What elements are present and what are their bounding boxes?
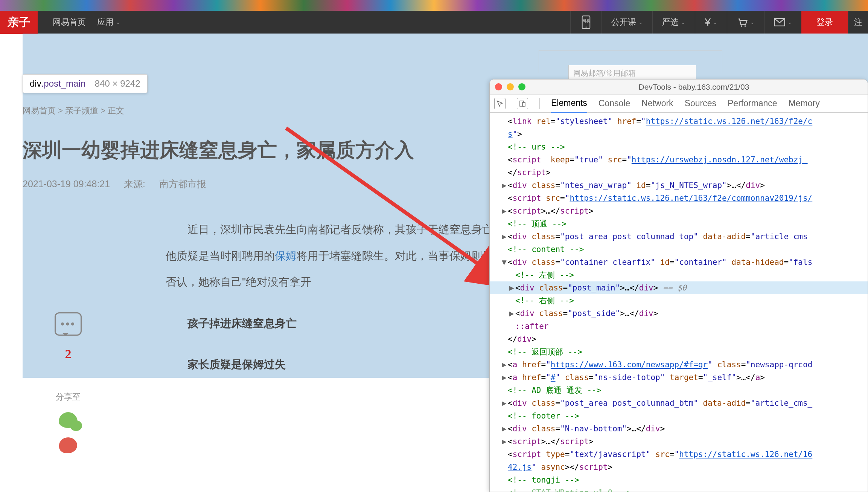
dom-tree[interactable]: <link rel="stylesheet" href="https://sta…: [490, 113, 868, 492]
svg-point-3: [741, 25, 742, 27]
dom-node[interactable]: ::after: [490, 320, 868, 333]
comment-icon[interactable]: •••: [55, 312, 82, 336]
chevron-down-icon: ⌄: [681, 19, 685, 25]
breadcrumb-home[interactable]: 网易首页: [23, 106, 56, 115]
article-timestamp: 2021-03-19 09:48:21: [23, 179, 110, 189]
dom-node[interactable]: ▶<div class="N-nav-bottom">…</div>: [490, 422, 868, 435]
dom-node[interactable]: ▶<script>…</script>: [490, 205, 868, 217]
dom-node[interactable]: <!-- 返回顶部 -->: [490, 345, 868, 358]
devtools-tabs: Elements Console Network Sources Perform…: [490, 95, 868, 113]
device-icon[interactable]: [517, 98, 528, 109]
breadcrumb-sep: >: [101, 106, 105, 115]
tooltip-dims: 840 × 9242: [95, 78, 140, 89]
chevron-down-icon: ⌄: [116, 19, 120, 25]
article-source[interactable]: 南方都市报: [159, 179, 206, 189]
top-nav: 亲子 网易首页 应用⌄ 网易 公开课⌄ 严选⌄ ¥⌄ ⌄ ⌄ 登录 注: [0, 11, 868, 34]
dom-node[interactable]: <!-- STAT WRating v1 0 -->: [490, 486, 868, 492]
nav-apps[interactable]: 应用⌄: [97, 17, 120, 28]
tab-performance[interactable]: Performance: [728, 95, 777, 112]
article-link[interactable]: 保姆: [275, 250, 297, 262]
dom-node[interactable]: ▶<a href="#" class="ns-side-totop" targe…: [490, 371, 868, 384]
nav-select[interactable]: 严选⌄: [652, 11, 695, 34]
tab-console[interactable]: Console: [598, 95, 630, 112]
inspector-tooltip: div.post_main 840 × 9242: [23, 74, 148, 93]
dom-node[interactable]: <!-- tongji -->: [490, 474, 868, 486]
dom-node[interactable]: <!-- 顶通 -->: [490, 217, 868, 230]
chevron-down-icon: ⌄: [787, 19, 792, 25]
nav-apps-label: 应用: [97, 17, 114, 28]
article-source-label: 来源:: [124, 179, 145, 189]
dom-node[interactable]: ▼<div class="container clearfix" id="con…: [490, 256, 868, 269]
svg-rect-8: [522, 102, 525, 106]
weibo-icon[interactable]: [59, 437, 77, 453]
nav-pay[interactable]: ¥⌄: [695, 11, 727, 34]
tab-elements[interactable]: Elements: [551, 94, 587, 113]
dom-node[interactable]: <script _keep="true" src="https://ursweb…: [490, 153, 868, 166]
dom-node[interactable]: <!-- 左侧 -->: [490, 269, 868, 281]
wechat-icon[interactable]: [59, 412, 78, 428]
yen-icon: ¥: [705, 16, 711, 28]
article-subheading: 孩子掉进床缝窒息身亡: [166, 310, 504, 337]
dom-node[interactable]: ▶<div class="post_area post_columnad_btm…: [490, 397, 868, 409]
tab-memory[interactable]: Memory: [789, 95, 820, 112]
svg-point-2: [586, 26, 587, 28]
tab-sources[interactable]: Sources: [685, 95, 716, 112]
nav-more[interactable]: 注: [848, 11, 868, 34]
dom-node[interactable]: <!-- content -->: [490, 243, 868, 256]
nav-select-label: 严选: [662, 17, 679, 28]
nav-cart[interactable]: ⌄: [727, 11, 764, 34]
tab-network[interactable]: Network: [641, 95, 673, 112]
dom-node[interactable]: <link rel="stylesheet" href="https://sta…: [490, 115, 868, 128]
article-subheading: 家长质疑是保姆过失: [166, 351, 504, 378]
breadcrumb-channel[interactable]: 亲子频道: [65, 106, 98, 115]
dom-node[interactable]: </script>: [490, 166, 868, 179]
dom-node[interactable]: ▶<a href="https://www.163.com/newsapp/#f…: [490, 358, 868, 371]
dom-node[interactable]: <!-- urs -->: [490, 141, 868, 153]
sidebar-login-input[interactable]: 网易邮箱/常用邮箱: [568, 65, 696, 81]
nav-mobile[interactable]: 网易: [570, 11, 602, 34]
dom-node[interactable]: ▶<div class="post_area post_columnad_top…: [490, 230, 868, 243]
phone-icon: 网易: [580, 15, 592, 29]
dom-node[interactable]: <!-- 右侧 -->: [490, 294, 868, 307]
nav-course-label: 公开课: [611, 17, 636, 28]
comment-count: 2: [55, 347, 82, 361]
chevron-down-icon: ⌄: [750, 19, 755, 25]
chevron-down-icon: ⌄: [638, 19, 643, 25]
devtools-titlebar[interactable]: DevTools - baby.163.com/21/03: [490, 79, 868, 95]
maximize-icon[interactable]: [518, 83, 525, 90]
tooltip-tag: div: [30, 78, 41, 89]
breadcrumb-current: 正文: [108, 106, 124, 115]
dom-node[interactable]: ▶<div class="post_side">…</div>: [490, 307, 868, 320]
article-body: 近日，深圳市民袁先生向南都记者反馈称，其孩子于缝窒息身亡，他质疑是当时刚聘用的保…: [166, 217, 504, 378]
dom-node[interactable]: <script src="https://static.ws.126.net/1…: [490, 192, 868, 205]
chevron-down-icon: ⌄: [713, 19, 717, 25]
devtools-window[interactable]: DevTools - baby.163.com/21/03 Elements C…: [489, 79, 868, 492]
site-logo[interactable]: 亲子: [0, 11, 38, 34]
dom-node[interactable]: <script type="text/javascript" src="http…: [490, 448, 868, 461]
login-button[interactable]: 登录: [801, 11, 848, 34]
nav-home[interactable]: 网易首页: [53, 17, 86, 28]
decorative-banner: [0, 0, 868, 11]
svg-point-4: [745, 25, 746, 27]
inspect-icon[interactable]: [494, 98, 506, 109]
dom-node[interactable]: <!-- footer -->: [490, 409, 868, 422]
close-icon[interactable]: [495, 83, 502, 90]
article-title: 深圳一幼婴掉进床缝窒息身亡，家属质方介入: [23, 135, 474, 165]
dom-node[interactable]: 42.js" async></script>: [490, 461, 868, 474]
dom-node[interactable]: </div>: [490, 333, 868, 345]
dom-node[interactable]: s">: [490, 128, 868, 141]
nav-mail[interactable]: ⌄: [764, 11, 801, 34]
svg-text:网易: 网易: [582, 19, 590, 23]
dom-node-selected[interactable]: ▶<div class="post_main">…</div> == $0: [490, 281, 868, 294]
comment-panel: ••• 2 分享至: [55, 312, 82, 453]
share-label: 分享至: [55, 391, 82, 403]
devtools-title: DevTools - baby.163.com/21/03: [639, 83, 749, 92]
dom-node[interactable]: <!-- AD 底通 通发 -->: [490, 384, 868, 397]
nav-course[interactable]: 公开课⌄: [602, 11, 652, 34]
window-controls[interactable]: [495, 83, 525, 90]
minimize-icon[interactable]: [507, 83, 514, 90]
dom-node[interactable]: ▶<div class="ntes_nav_wrap" id="js_N_NTE…: [490, 179, 868, 192]
tooltip-class: .post_main: [41, 78, 85, 89]
breadcrumb-sep: >: [58, 106, 63, 115]
dom-node[interactable]: ▶<script>…</script>: [490, 435, 868, 448]
